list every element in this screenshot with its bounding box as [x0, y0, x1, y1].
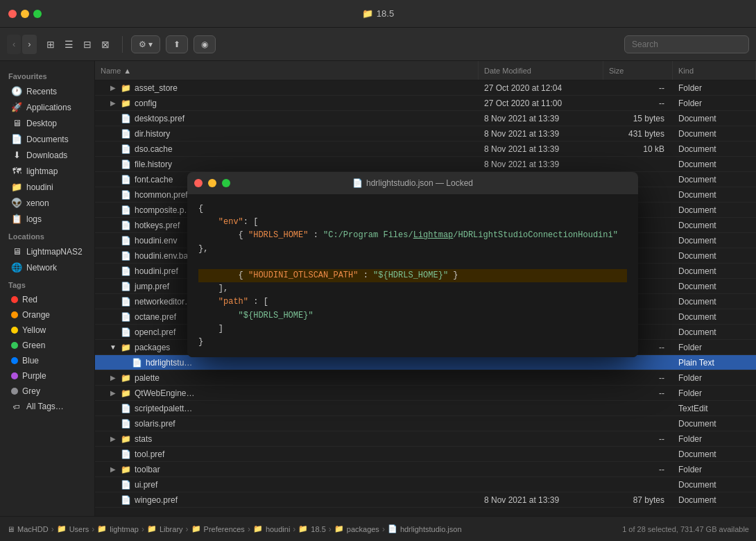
- code-line: {: [198, 203, 627, 216]
- file-row[interactable]: ▶ 📄 scriptedpalett… TextEdit: [95, 401, 756, 416]
- sidebar-item-lightmapnas2[interactable]: 🖥 LightmapNAS2: [3, 243, 92, 259]
- breadcrumb-item[interactable]: 📁 houdini: [253, 524, 290, 533]
- sidebar-item-network[interactable]: 🌐 Network: [3, 259, 92, 275]
- file-row[interactable]: ▶ 📄 tool.pref Document: [95, 447, 756, 462]
- sidebar-item-logs[interactable]: 📋 logs: [3, 211, 92, 227]
- sidebar-item-tag-purple[interactable]: Purple: [3, 368, 92, 384]
- sidebar-item-all-tags[interactable]: 🏷 All Tags…: [3, 399, 92, 414]
- file-row[interactable]: ▶ 📁 asset_store 27 Oct 2020 at 12:04 -- …: [95, 80, 756, 96]
- network-icon: 🌐: [11, 262, 22, 273]
- sidebar-item-documents[interactable]: 📄 Documents: [3, 131, 92, 147]
- expand-arrow[interactable]: ▼: [109, 343, 117, 352]
- houdini-icon: 📁: [11, 182, 22, 192]
- status-info: 1 of 28 selected, 731.47 GB available: [622, 525, 749, 533]
- settings-button[interactable]: ⚙ ▾: [131, 35, 160, 53]
- toolbar: ‹ › ⊞ ☰ ⊟ ⊠ ⚙ ▾ ⬆ ◉: [0, 28, 756, 61]
- gallery-view-button[interactable]: ⊠: [97, 35, 114, 54]
- sidebar-item-tag-orange[interactable]: Orange: [3, 307, 92, 323]
- file-row-selected[interactable]: ▶ 📄 hdrlightstu… Plain Text: [95, 355, 756, 370]
- editor-content[interactable]: { "env": [ { "HDRLS_HOME" : "C:/Program …: [187, 194, 638, 357]
- editor-minimize-button[interactable]: [208, 179, 216, 187]
- file-icon: 📄: [132, 358, 142, 368]
- expand-arrow[interactable]: ▶: [109, 99, 117, 108]
- sidebar: Favourites 🕐 Recents 🚀 Applications 🖥 De…: [0, 61, 95, 516]
- tag-button[interactable]: ◉: [194, 35, 216, 53]
- size-column-header[interactable]: Size: [603, 61, 673, 80]
- list-view-button[interactable]: ☰: [60, 35, 78, 54]
- sidebar-item-xenon[interactable]: 👽 xenon: [3, 195, 92, 211]
- breadcrumb-item[interactable]: 📁 Library: [147, 524, 183, 533]
- sidebar-item-tag-blue[interactable]: Blue: [3, 353, 92, 368]
- search-input[interactable]: [624, 35, 749, 53]
- expand-arrow[interactable]: ▶: [109, 374, 117, 382]
- tags-section-title: Tags: [0, 275, 94, 292]
- sidebar-item-tag-yellow[interactable]: Yellow: [3, 323, 92, 338]
- maximize-button[interactable]: [33, 10, 42, 18]
- expand-arrow[interactable]: ▶: [109, 389, 117, 397]
- close-button[interactable]: [8, 10, 17, 18]
- folder-icon: 📁: [121, 465, 131, 474]
- file-row[interactable]: ▶ 📁 toolbar -- Folder: [95, 462, 756, 477]
- file-row[interactable]: ▶ 📄 dir.history 8 Nov 2021 at 13:39 431 …: [95, 126, 756, 141]
- breadcrumb-item[interactable]: 📁 packages: [334, 524, 379, 533]
- file-row[interactable]: ▶ 📄 dso.cache 8 Nov 2021 at 13:39 10 kB …: [95, 141, 756, 157]
- file-icon: 📄: [121, 480, 131, 490]
- orange-tag-dot: [11, 311, 18, 318]
- view-buttons[interactable]: ⊞ ☰ ⊟ ⊠: [42, 35, 114, 54]
- sidebar-item-recents[interactable]: 🕐 Recents: [3, 83, 92, 99]
- file-icon: 📄: [121, 449, 131, 459]
- applications-icon: 🚀: [11, 102, 22, 112]
- breadcrumb-item[interactable]: 📁 Users: [57, 524, 89, 533]
- modified-column-header[interactable]: Date Modified: [479, 61, 603, 80]
- editor-title-bar: 📄 hdrlightstudio.json — Locked: [187, 172, 638, 194]
- sidebar-item-tag-green[interactable]: Green: [3, 338, 92, 353]
- code-line: }: [198, 336, 627, 349]
- column-view-button[interactable]: ⊟: [79, 35, 96, 54]
- file-row[interactable]: ▶ 📁 stats -- Folder: [95, 431, 756, 447]
- window-controls[interactable]: [8, 10, 42, 18]
- sidebar-item-tag-red[interactable]: Red: [3, 292, 92, 307]
- expand-arrow[interactable]: ▶: [109, 465, 117, 474]
- breadcrumb-item[interactable]: 📄 hdrlightstudio.json: [388, 524, 462, 533]
- code-line: [198, 256, 627, 269]
- forward-button[interactable]: ›: [22, 35, 36, 54]
- breadcrumb-item[interactable]: 📁 lightmap: [97, 524, 139, 533]
- minimize-button[interactable]: [21, 10, 29, 18]
- breadcrumb-item[interactable]: 📁 18.5: [298, 524, 325, 533]
- icon-view-button[interactable]: ⊞: [42, 35, 59, 54]
- breadcrumb-item[interactable]: 🖥 MacHDD: [7, 525, 49, 533]
- sidebar-item-tag-grey[interactable]: Grey: [3, 384, 92, 399]
- expand-arrow[interactable]: ▶: [109, 435, 117, 443]
- sidebar-item-applications[interactable]: 🚀 Applications: [3, 99, 92, 115]
- editor-maximize-button[interactable]: [222, 179, 230, 187]
- share-button[interactable]: ⬆: [166, 35, 188, 53]
- file-icon: 📄: [121, 129, 131, 139]
- file-row[interactable]: ▶ 📄 solaris.pref Document: [95, 416, 756, 431]
- breadcrumb-item-preferences[interactable]: 📁 Preferences: [191, 524, 245, 533]
- back-button[interactable]: ‹: [7, 35, 21, 54]
- file-icon: 📄: [121, 419, 131, 429]
- blue-tag-dot: [11, 357, 18, 364]
- name-column-header[interactable]: Name ▲: [95, 61, 479, 80]
- kind-column-header[interactable]: Kind: [673, 61, 756, 80]
- sidebar-item-houdini[interactable]: 📁 houdini: [3, 179, 92, 195]
- purple-tag-dot: [11, 372, 18, 379]
- file-row[interactable]: ▶ 📄 wingeo.pref 8 Nov 2021 at 13:39 87 b…: [95, 492, 756, 508]
- expand-arrow[interactable]: ▶: [109, 84, 117, 92]
- code-line: { "HOUDINI_OTLSCAN_PATH" : "${HDRLS_HOME…: [198, 269, 627, 282]
- sidebar-item-downloads[interactable]: ⬇ Downloads: [3, 147, 92, 163]
- file-row[interactable]: ▶ 📁 config 27 Oct 2020 at 11:00 -- Folde…: [95, 96, 756, 111]
- sidebar-item-lightmap[interactable]: 🗺 lightmap: [3, 163, 92, 179]
- file-row[interactable]: ▶ 📄 desktops.pref 8 Nov 2021 at 13:39 15…: [95, 111, 756, 126]
- editor-close-button[interactable]: [194, 179, 203, 187]
- sidebar-item-desktop[interactable]: 🖥 Desktop: [3, 115, 92, 131]
- editor-file-icon: 📄: [352, 178, 363, 188]
- downloads-icon: ⬇: [11, 150, 22, 160]
- file-row[interactable]: ▶ 📄 ui.pref Document: [95, 477, 756, 492]
- file-row[interactable]: ▶ 📁 palette -- Folder: [95, 370, 756, 386]
- code-line: ],: [198, 282, 627, 295]
- nav-buttons[interactable]: ‹ ›: [7, 35, 37, 54]
- file-row[interactable]: ▶ 📁 QtWebEngine… -- Folder: [95, 386, 756, 401]
- file-row[interactable]: ▶ 📄 file.history 8 Nov 2021 at 13:39 Doc…: [95, 157, 756, 172]
- file-icon: 📄: [121, 297, 131, 307]
